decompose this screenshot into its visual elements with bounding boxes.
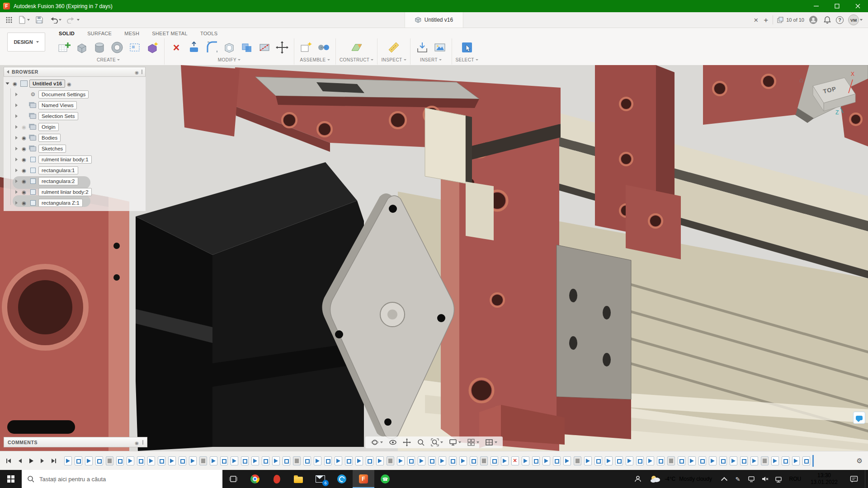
move-copy-button[interactable]	[274, 38, 290, 56]
timeline-feature-icon[interactable]	[106, 456, 113, 465]
timeline-feature-icon[interactable]	[293, 456, 301, 465]
browser-tree-item[interactable]: rectangulara:1	[5, 165, 146, 176]
joint-button[interactable]	[316, 38, 332, 56]
timeline-feature-icon[interactable]	[179, 456, 186, 465]
expand-arrow-icon[interactable]	[15, 125, 18, 129]
timeline-feature-icon[interactable]	[750, 456, 758, 465]
group-label-select[interactable]: SELECT	[456, 57, 478, 62]
viewports-button[interactable]	[485, 438, 497, 446]
timeline-feature-icon[interactable]	[397, 456, 405, 465]
activate-radio-icon[interactable]	[67, 80, 71, 88]
minimize-button[interactable]	[806, 0, 826, 12]
browser-tree-item[interactable]: Bodies	[5, 132, 146, 143]
expand-arrow-icon[interactable]	[15, 169, 18, 172]
browser-tree-item[interactable]: rulment liniar body:1	[5, 154, 146, 165]
browser-tree-item[interactable]: rectangulara:2	[5, 176, 146, 187]
expand-arrow-icon[interactable]	[15, 114, 18, 118]
timeline-feature-icon[interactable]	[626, 456, 633, 465]
timeline-feature-icon[interactable]	[553, 456, 561, 465]
timeline-feature-icon[interactable]	[324, 456, 332, 465]
taskbar-app-button[interactable]	[331, 470, 353, 488]
expand-arrow-icon[interactable]	[6, 83, 9, 85]
canvas-button[interactable]	[432, 38, 448, 56]
timeline-play-button[interactable]	[28, 458, 34, 464]
timeline-feature-icon[interactable]	[730, 456, 737, 465]
timeline-feature-icon[interactable]	[542, 456, 550, 465]
browser-root-row[interactable]: Untitled v16	[5, 78, 146, 89]
visibility-eye-icon[interactable]	[20, 135, 28, 141]
timeline-feature-icon[interactable]	[283, 456, 290, 465]
timeline-feature-icon[interactable]	[657, 456, 665, 465]
volume-muted-tray-icon[interactable]	[758, 470, 772, 488]
timeline-feature-icon[interactable]	[376, 456, 384, 465]
feedback-chat-button[interactable]	[853, 412, 865, 424]
timeline-feature-icon[interactable]	[574, 456, 581, 465]
timeline-feature-icon[interactable]	[127, 456, 134, 465]
visibility-eye-icon[interactable]	[20, 178, 28, 184]
timeline-feature-icon[interactable]	[366, 456, 373, 465]
redo-button[interactable]	[66, 15, 80, 24]
app-grid-menu-button[interactable]	[5, 15, 14, 24]
group-label-inspect[interactable]: INSPECT	[381, 57, 406, 62]
expand-arrow-icon[interactable]	[15, 179, 18, 183]
ribbon-tab[interactable]: SOLID	[52, 29, 81, 38]
action-center-button[interactable]	[843, 470, 865, 488]
fillet-button[interactable]	[203, 38, 220, 56]
timeline-feature-icon[interactable]	[158, 456, 165, 465]
expand-arrow-icon[interactable]	[15, 136, 18, 140]
pan-button[interactable]	[403, 438, 411, 446]
hidden-icons-button[interactable]	[717, 470, 731, 488]
create-form-button[interactable]	[144, 38, 160, 56]
timeline-feature-icon[interactable]	[646, 456, 654, 465]
3d-viewport[interactable]: BROWSER Untitled v16 Document Settings	[0, 65, 868, 451]
pattern-button[interactable]	[127, 38, 143, 56]
timeline-feature-icon[interactable]	[251, 456, 259, 465]
timeline-go-to-start-button[interactable]	[5, 458, 12, 464]
panel-handle-icon[interactable]	[142, 70, 142, 74]
browser-tree-item[interactable]: rectangulara Z:1	[5, 197, 146, 208]
timeline-feature-icon[interactable]	[439, 456, 446, 465]
shell-button[interactable]	[221, 38, 237, 56]
version-indicator[interactable]: 10 of 10	[777, 16, 804, 23]
timeline-feature-icon[interactable]	[678, 456, 685, 465]
timeline-feature-icon[interactable]	[667, 456, 675, 465]
timeline-step-forward-button[interactable]	[39, 458, 46, 464]
browser-item-label[interactable]: Origin	[38, 123, 59, 131]
timeline-feature-icon[interactable]	[688, 456, 696, 465]
timeline-position-marker[interactable]	[812, 455, 814, 467]
measure-button[interactable]	[386, 38, 402, 56]
timeline-feature-icon[interactable]	[147, 456, 155, 465]
timeline-feature-icon[interactable]	[85, 456, 93, 465]
timeline-feature-icon[interactable]	[698, 456, 706, 465]
close-button[interactable]	[847, 0, 868, 12]
taskbar-app-button[interactable]	[266, 470, 288, 488]
timeline-feature-icon[interactable]	[584, 456, 592, 465]
timeline-feature-icon[interactable]	[231, 456, 238, 465]
look-at-button[interactable]	[389, 438, 397, 446]
visibility-eye-icon[interactable]	[20, 168, 28, 174]
language-indicator[interactable]: ROU	[785, 470, 805, 488]
timeline-feature-icon[interactable]	[501, 456, 509, 465]
search-input[interactable]	[38, 475, 217, 483]
select-button[interactable]	[459, 38, 475, 56]
timeline-feature-icon[interactable]	[719, 456, 727, 465]
close-tab-button[interactable]	[753, 15, 759, 25]
browser-item-label[interactable]: rectangulara:2	[38, 177, 78, 185]
group-label-insert[interactable]: INSERT	[420, 57, 442, 62]
timeline-step-back-button[interactable]	[17, 458, 23, 464]
timeline-feature-icon[interactable]	[636, 456, 644, 465]
save-button[interactable]	[34, 15, 44, 25]
display-tray-icon[interactable]	[745, 470, 758, 488]
timeline-feature-icon[interactable]	[355, 456, 363, 465]
panel-options-icon[interactable]	[135, 68, 139, 76]
visibility-eye-icon[interactable]	[20, 157, 28, 163]
display-settings-button[interactable]	[449, 438, 461, 446]
comments-handle-icon[interactable]	[142, 440, 143, 445]
timeline-feature-icon[interactable]	[262, 456, 269, 465]
timeline-feature-icon[interactable]	[792, 456, 800, 465]
timeline-feature-icon[interactable]	[199, 456, 207, 465]
timeline-feature-icon[interactable]	[387, 456, 394, 465]
timeline-go-to-end-button[interactable]	[51, 458, 57, 464]
new-tab-button[interactable]	[763, 15, 769, 25]
orbit-button[interactable]	[371, 438, 383, 446]
